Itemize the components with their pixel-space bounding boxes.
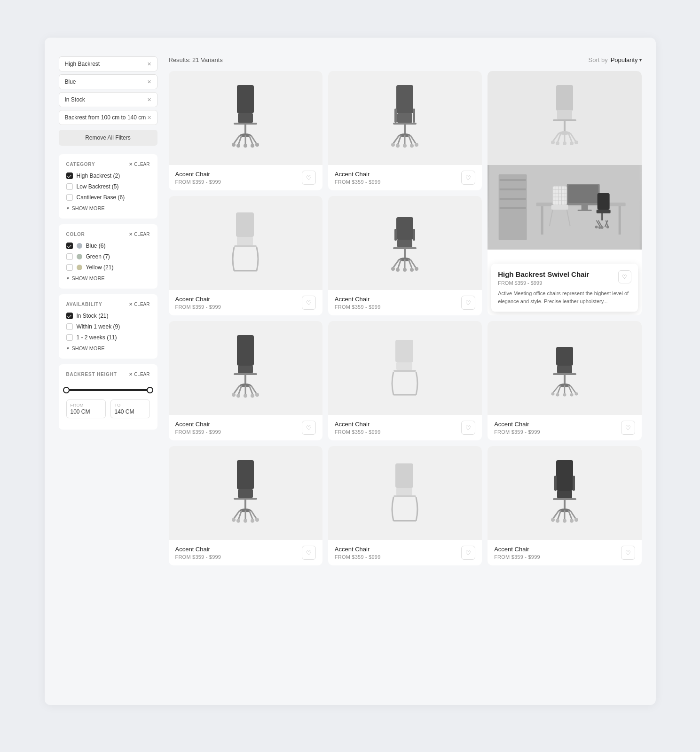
color-dot-green bbox=[77, 254, 82, 259]
wishlist-button[interactable]: ♡ bbox=[302, 296, 316, 310]
color-option-green[interactable]: Green (7) bbox=[66, 253, 150, 260]
featured-top-image bbox=[488, 71, 641, 165]
svg-point-27 bbox=[391, 143, 395, 147]
checkbox-1week[interactable] bbox=[66, 323, 73, 330]
checkbox-yellow[interactable] bbox=[66, 264, 73, 271]
wishlist-button[interactable]: ♡ bbox=[461, 296, 475, 310]
chair-illustration bbox=[217, 458, 274, 528]
range-thumb-left[interactable] bbox=[63, 387, 70, 393]
checkbox-cantilever[interactable] bbox=[66, 194, 73, 201]
svg-rect-104 bbox=[237, 335, 254, 366]
category-show-more[interactable]: ▼ SHOW MORE bbox=[66, 205, 150, 211]
availability-show-more[interactable]: ▼ SHOW MORE bbox=[66, 345, 150, 351]
product-card[interactable]: Accent Chair FROM $359 - $999 ♡ bbox=[328, 321, 482, 440]
svg-point-10 bbox=[232, 143, 236, 147]
filter-chip-backrest-range[interactable]: Backrest from 100 cm to 140 cm ✕ bbox=[59, 110, 157, 125]
wishlist-button[interactable]: ♡ bbox=[461, 171, 475, 185]
product-image bbox=[169, 196, 322, 290]
backrest-height-clear-button[interactable]: ✕ CLEAR bbox=[129, 372, 149, 377]
color-dot-blue bbox=[77, 243, 82, 249]
product-card[interactable]: Accent Chair FROM $359 - $999 ♡ bbox=[488, 446, 641, 565]
clear-x-icon: ✕ bbox=[129, 162, 133, 167]
checkbox-2weeks[interactable] bbox=[66, 334, 73, 341]
color-show-more[interactable]: ▼ SHOW MORE bbox=[66, 275, 150, 281]
product-card[interactable]: Accent Chair FROM $359 - $999 ♡ bbox=[328, 196, 482, 315]
svg-rect-157 bbox=[556, 460, 573, 491]
wishlist-button[interactable]: ♡ bbox=[461, 421, 475, 435]
color-option-blue[interactable]: Blue (6) bbox=[66, 243, 150, 249]
category-option-low-backrest[interactable]: Low Backrest (5) bbox=[66, 183, 150, 190]
color-option-yellow[interactable]: Yellow (21) bbox=[66, 264, 150, 271]
svg-rect-121 bbox=[393, 370, 416, 372]
svg-rect-160 bbox=[557, 491, 572, 498]
filter-chip-high-backrest[interactable]: High Backrest ✕ bbox=[59, 56, 157, 71]
product-name: Accent Chair bbox=[175, 296, 221, 303]
range-thumb-right[interactable] bbox=[147, 387, 153, 393]
remove-chip-icon[interactable]: ✕ bbox=[147, 79, 151, 85]
wishlist-button[interactable]: ♡ bbox=[302, 171, 316, 185]
product-info: Accent Chair FROM $359 - $999 ♡ bbox=[488, 415, 641, 440]
availability-option-2weeks[interactable]: 1 - 2 weeks (11) bbox=[66, 334, 150, 341]
product-card[interactable]: Accent Chair FROM $359 - $999 ♡ bbox=[169, 71, 322, 190]
availability-clear-button[interactable]: ✕ CLEAR bbox=[129, 302, 149, 307]
svg-point-117 bbox=[251, 394, 254, 398]
product-card[interactable]: Accent Chair FROM $359 - $999 ♡ bbox=[328, 71, 482, 190]
category-option-high-backrest[interactable]: High Backrest (2) bbox=[66, 172, 150, 179]
clear-x-icon: ✕ bbox=[129, 232, 133, 237]
svg-point-150 bbox=[244, 519, 247, 523]
svg-rect-69 bbox=[551, 205, 568, 210]
svg-point-29 bbox=[403, 144, 407, 148]
range-from-input[interactable]: FROM 100 CM bbox=[66, 400, 106, 418]
product-image bbox=[328, 321, 482, 415]
svg-rect-52 bbox=[500, 207, 526, 209]
option-label: Cantilever Base (6) bbox=[77, 194, 125, 201]
color-dot-yellow bbox=[77, 265, 82, 270]
sort-by-label: Sort by bbox=[589, 56, 608, 63]
featured-product-card[interactable]: High Backrest Swivel Chair FROM $359 - $… bbox=[488, 71, 641, 315]
checkbox-high-backrest[interactable] bbox=[66, 172, 73, 179]
wishlist-button[interactable]: ♡ bbox=[461, 546, 475, 560]
product-name: Accent Chair bbox=[494, 546, 540, 553]
checkbox-low-backrest[interactable] bbox=[66, 183, 73, 190]
range-to-input[interactable]: TO 140 CM bbox=[110, 400, 150, 418]
product-card[interactable]: Accent Chair FROM $359 - $999 ♡ bbox=[169, 196, 322, 315]
remove-chip-icon[interactable]: ✕ bbox=[147, 97, 151, 103]
availability-option-1week[interactable]: Within 1 week (9) bbox=[66, 323, 150, 330]
sort-dropdown[interactable]: Popularity ▾ bbox=[611, 56, 642, 63]
checkbox-in-stock[interactable] bbox=[66, 313, 73, 319]
backrest-height-filter-title: BACKREST HEIGHT bbox=[66, 372, 117, 377]
range-slider[interactable]: FROM 100 CM TO 140 CM bbox=[66, 383, 150, 422]
checkbox-green[interactable] bbox=[66, 253, 73, 260]
chip-label: Blue bbox=[65, 78, 76, 85]
wishlist-button[interactable]: ♡ bbox=[302, 421, 316, 435]
availability-option-in-stock[interactable]: In Stock (21) bbox=[66, 313, 150, 319]
wishlist-button[interactable]: ♡ bbox=[621, 421, 635, 435]
svg-rect-88 bbox=[394, 229, 397, 241]
remove-chip-icon[interactable]: ✕ bbox=[147, 115, 151, 121]
wishlist-button[interactable]: ♡ bbox=[621, 546, 635, 560]
product-card[interactable]: Accent Chair FROM $359 - $999 ♡ bbox=[488, 321, 641, 440]
remove-chip-icon[interactable]: ✕ bbox=[147, 61, 151, 67]
range-from-label: FROM bbox=[71, 403, 102, 407]
remove-all-filters-button[interactable]: Remove All Filters bbox=[59, 130, 157, 146]
wishlist-button[interactable]: ♡ bbox=[302, 546, 316, 560]
product-card[interactable]: Accent Chair FROM $359 - $999 ♡ bbox=[169, 446, 322, 565]
svg-rect-159 bbox=[573, 476, 575, 491]
product-card[interactable]: Accent Chair FROM $359 - $999 ♡ bbox=[169, 321, 322, 440]
product-price: FROM $359 - $999 bbox=[335, 304, 381, 310]
checkbox-blue[interactable] bbox=[66, 243, 73, 249]
chevron-down-icon: ▼ bbox=[66, 346, 70, 351]
wishlist-button[interactable]: ♡ bbox=[618, 270, 631, 283]
category-option-cantilever[interactable]: Cantilever Base (6) bbox=[66, 194, 150, 201]
color-clear-button[interactable]: ✕ CLEAR bbox=[129, 232, 149, 237]
product-info: Accent Chair FROM $359 - $999 ♡ bbox=[328, 165, 482, 190]
product-card[interactable]: Accent Chair FROM $359 - $999 ♡ bbox=[328, 446, 482, 565]
svg-rect-17 bbox=[413, 109, 415, 123]
chip-label: Backrest from 100 cm to 140 cm bbox=[65, 114, 146, 121]
category-clear-button[interactable]: ✕ CLEAR bbox=[129, 162, 149, 167]
chair-illustration bbox=[377, 208, 433, 278]
filter-chip-in-stock[interactable]: In Stock ✕ bbox=[59, 92, 157, 107]
backrest-height-filter-section: BACKREST HEIGHT ✕ CLEAR FROM 100 CM bbox=[59, 364, 157, 430]
filter-chip-blue[interactable]: Blue ✕ bbox=[59, 74, 157, 89]
product-text: Accent Chair FROM $359 - $999 bbox=[175, 171, 221, 185]
